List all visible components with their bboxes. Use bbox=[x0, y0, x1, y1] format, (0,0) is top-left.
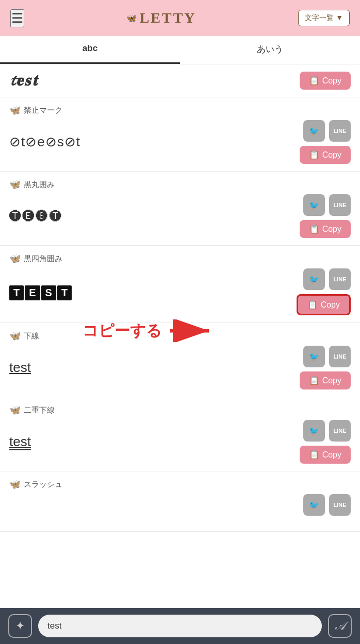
copy-icon-double-underline: 📋 bbox=[309, 450, 319, 460]
social-buttons-black-square: 🐦 LINE bbox=[303, 268, 351, 290]
twitter-button-forbidden[interactable]: 🐦 bbox=[303, 120, 325, 142]
app-header: ☰ 🦋 LETTY 文字一覧 ▼ bbox=[0, 0, 360, 36]
font-row-black-circle: 🦋 黒丸囲み 🅣🅔🅢🅣 🐦 LINE 📋 Copy bbox=[0, 172, 360, 246]
line-button-slash[interactable]: LINE bbox=[329, 494, 351, 516]
twitter-icon4: 🐦 bbox=[309, 352, 319, 362]
font-preview-black-circle: 🅣🅔🅢🅣 bbox=[9, 209, 63, 224]
action-area-slash: 🐦 LINE bbox=[303, 494, 351, 516]
copy-label-double-underline: Copy bbox=[322, 450, 341, 460]
copy-button-underline[interactable]: 📋 Copy bbox=[300, 371, 351, 389]
social-buttons-double-underline: 🐦 LINE bbox=[303, 420, 351, 442]
font-row-fancy-italic: 𝓽𝐞𝐬𝐭 📋 Copy bbox=[0, 64, 360, 97]
line-button-black-square[interactable]: LINE bbox=[329, 268, 351, 290]
twitter-icon5: 🐦 bbox=[309, 426, 319, 436]
label-butterfly-icon6: 🦋 bbox=[9, 479, 21, 490]
app-logo: 🦋 LETTY bbox=[126, 10, 197, 26]
copy-icon-row1: 📋 bbox=[309, 76, 319, 86]
label-butterfly-icon: 🦋 bbox=[9, 105, 21, 116]
line-icon3: LINE bbox=[333, 276, 346, 282]
font-row-underline: 🦋 下線 test 🐦 LINE 📋 Copy bbox=[0, 323, 360, 397]
font-preview-fancy: 𝓽𝐞𝐬𝐭 bbox=[9, 72, 39, 90]
social-buttons-black-circle: 🐦 LINE bbox=[303, 194, 351, 216]
sparkle-button[interactable]: ✦ bbox=[8, 614, 32, 638]
twitter-button-underline[interactable]: 🐦 bbox=[303, 346, 325, 367]
label-text-underline: 下線 bbox=[24, 331, 39, 341]
line-icon4: LINE bbox=[333, 353, 346, 360]
line-icon2: LINE bbox=[333, 202, 346, 208]
font-label-double-underline: 🦋 二重下線 bbox=[9, 404, 351, 416]
char-list-label: 文字一覧 ▼ bbox=[305, 13, 343, 23]
copy-label-black-circle: Copy bbox=[322, 225, 341, 234]
label-text-double-underline: 二重下線 bbox=[24, 405, 55, 415]
action-area-black-square: 🐦 LINE 📋 Copy bbox=[297, 268, 351, 315]
label-text-black-circle: 黒丸囲み bbox=[24, 180, 55, 190]
label-butterfly-icon3: 🦋 bbox=[9, 253, 21, 264]
line-icon: LINE bbox=[333, 128, 346, 134]
font-list: 𝓽𝐞𝐬𝐭 📋 Copy 🦋 禁止マーク ⊘t⊘e⊘s⊘t 🐦 bbox=[0, 64, 360, 573]
tab-aiueo-label: あいう bbox=[257, 44, 283, 54]
font-row-main-black-circle: 🅣🅔🅢🅣 🐦 LINE 📋 Copy bbox=[9, 194, 351, 238]
action-area-row1: 📋 Copy bbox=[300, 72, 351, 90]
tab-bar: abc あいう bbox=[0, 36, 360, 64]
action-area-forbidden: 🐦 LINE 📋 Copy bbox=[300, 120, 351, 164]
line-button-black-circle[interactable]: LINE bbox=[329, 194, 351, 216]
font-label-black-square: 🦋 黒四角囲み bbox=[9, 253, 351, 264]
font-preview-underline: test bbox=[9, 360, 31, 376]
font-preview-forbidden: ⊘t⊘e⊘s⊘t bbox=[9, 134, 80, 150]
line-button-forbidden[interactable]: LINE bbox=[329, 120, 351, 142]
line-button-double-underline[interactable]: LINE bbox=[329, 420, 351, 442]
logo-butterfly-icon: 🦋 bbox=[126, 13, 138, 23]
logo-text: LETTY bbox=[140, 10, 197, 26]
twitter-button-black-circle[interactable]: 🐦 bbox=[303, 194, 325, 216]
font-preview-double-underline: test bbox=[9, 434, 31, 450]
font-label-forbidden: 🦋 禁止マーク bbox=[9, 105, 351, 116]
twitter-icon3: 🐦 bbox=[309, 275, 319, 284]
copy-button-forbidden[interactable]: 📋 Copy bbox=[300, 146, 351, 164]
font-row-main-black-square: T E S T 🐦 LINE 📋 Copy bbox=[9, 268, 351, 315]
font-style-button[interactable]: 𝒜 bbox=[328, 614, 352, 638]
copy-icon-black-square: 📋 bbox=[307, 300, 318, 310]
tab-abc[interactable]: abc bbox=[0, 36, 180, 64]
font-preview-black-square: T E S T bbox=[9, 284, 72, 300]
twitter-button-slash[interactable]: 🐦 bbox=[303, 494, 325, 516]
font-label-black-circle: 🦋 黒丸囲み bbox=[9, 179, 351, 190]
font-row-main-double-underline: test 🐦 LINE 📋 Copy bbox=[9, 420, 351, 464]
copy-button-black-circle[interactable]: 📋 Copy bbox=[300, 220, 351, 238]
line-icon5: LINE bbox=[333, 428, 346, 434]
social-buttons-forbidden: 🐦 LINE bbox=[303, 120, 351, 142]
action-area-black-circle: 🐦 LINE 📋 Copy bbox=[300, 194, 351, 238]
label-butterfly-icon2: 🦋 bbox=[9, 179, 21, 190]
copy-button-double-underline[interactable]: 📋 Copy bbox=[300, 446, 351, 464]
hamburger-menu-button[interactable]: ☰ bbox=[10, 9, 24, 27]
twitter-button-black-square[interactable]: 🐦 bbox=[303, 268, 325, 290]
line-button-underline[interactable]: LINE bbox=[329, 346, 351, 367]
font-row-main-slash: 🐦 LINE bbox=[9, 494, 351, 516]
copy-button-row1[interactable]: 📋 Copy bbox=[300, 72, 351, 90]
label-butterfly-icon4: 🦋 bbox=[9, 330, 21, 342]
font-label-slash: 🦋 スラッシュ bbox=[9, 479, 351, 490]
social-buttons-slash: 🐦 LINE bbox=[303, 494, 351, 516]
action-area-double-underline: 🐦 LINE 📋 Copy bbox=[300, 420, 351, 464]
label-text-slash: スラッシュ bbox=[24, 480, 62, 489]
char-list-button[interactable]: 文字一覧 ▼ bbox=[298, 10, 350, 26]
font-style-icon: 𝒜 bbox=[335, 619, 345, 633]
tab-abc-label: abc bbox=[83, 43, 97, 53]
tab-aiueo[interactable]: あいう bbox=[180, 36, 360, 64]
copy-label-black-square: Copy bbox=[321, 300, 340, 310]
twitter-icon: 🐦 bbox=[309, 126, 319, 136]
bottom-toolbar: ✦ 𝒜 bbox=[0, 608, 360, 644]
twitter-icon2: 🐦 bbox=[309, 200, 319, 210]
copy-icon-black-circle: 📋 bbox=[309, 224, 319, 234]
copy-icon-forbidden: 📋 bbox=[309, 150, 319, 160]
font-row-main-forbidden: ⊘t⊘e⊘s⊘t 🐦 LINE 📋 Copy bbox=[9, 120, 351, 164]
label-text-forbidden: 禁止マーク bbox=[24, 106, 62, 115]
twitter-icon6: 🐦 bbox=[309, 500, 319, 510]
font-row-slash: 🦋 スラッシュ 🐦 LINE bbox=[0, 471, 360, 532]
social-buttons-underline: 🐦 LINE bbox=[303, 346, 351, 367]
copy-button-black-square[interactable]: 📋 Copy bbox=[297, 294, 351, 315]
copy-label-forbidden: Copy bbox=[322, 150, 341, 160]
text-input[interactable] bbox=[38, 615, 322, 637]
twitter-button-double-underline[interactable]: 🐦 bbox=[303, 420, 325, 442]
label-text-black-square: 黒四角囲み bbox=[24, 254, 62, 264]
line-icon6: LINE bbox=[333, 502, 346, 508]
